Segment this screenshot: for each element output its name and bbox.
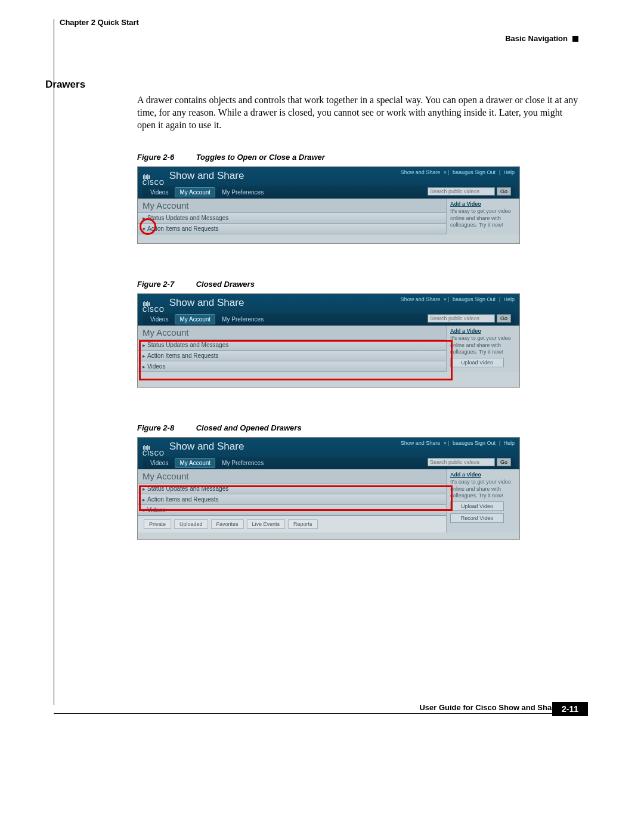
record-video-button[interactable]: Record Video xyxy=(450,513,504,523)
figure-caption: Figure 2-6 Toggles to Open or Close a Dr… xyxy=(137,153,578,162)
side-heading[interactable]: Add a Video xyxy=(450,472,516,478)
tab-my-account[interactable]: My Account xyxy=(175,458,215,468)
subtab-reports[interactable]: Reports xyxy=(288,519,318,529)
link-signout[interactable]: baaugus Sign Out xyxy=(453,169,496,175)
chevron-right-icon: ▸ xyxy=(143,486,145,492)
figure-number: Figure 2-6 xyxy=(137,153,194,162)
top-links: Show and Share ▾ | baaugus Sign Out | He… xyxy=(401,440,515,446)
upload-video-button[interactable]: Upload Video xyxy=(450,501,504,511)
brand-title: Show and Share xyxy=(169,441,244,453)
tab-my-preferences[interactable]: My Preferences xyxy=(218,188,268,197)
drawer-action[interactable]: ▾Action Items and Requests xyxy=(138,224,446,234)
figure-caption: Figure 2-7 Closed Drawers xyxy=(137,280,578,289)
top-links: Show and Share ▾ | baaugus Sign Out | He… xyxy=(401,169,515,175)
link-signout[interactable]: baaugus Sign Out xyxy=(453,440,496,446)
chevron-down-icon: ▾ xyxy=(143,507,145,513)
drawer-status[interactable]: ▸Status Updates and Messages xyxy=(138,213,446,224)
drawer-action[interactable]: ▸Action Items and Requests xyxy=(138,494,446,505)
subtab-uploaded[interactable]: Uploaded xyxy=(174,519,208,529)
link-help[interactable]: Help xyxy=(503,296,515,302)
page-number: 2-11 xyxy=(552,702,588,716)
subtab-favorites[interactable]: Favorites xyxy=(211,519,244,529)
side-heading[interactable]: Add a Video xyxy=(450,328,516,334)
tab-videos[interactable]: Videos xyxy=(146,188,172,197)
section-heading: Drawers xyxy=(45,79,578,91)
side-text: It's easy to get your video online and s… xyxy=(450,208,516,228)
search-input[interactable] xyxy=(428,314,495,323)
tab-videos[interactable]: Videos xyxy=(146,459,172,467)
drawer-videos[interactable]: ▾Videos xyxy=(138,505,446,516)
link-show-share[interactable]: Show and Share xyxy=(401,169,441,175)
figure-number: Figure 2-8 xyxy=(137,423,194,432)
figure-caption: Figure 2-8 Closed and Opened Drawers xyxy=(137,423,578,432)
chevron-right-icon: ▸ xyxy=(143,364,145,370)
side-text: It's easy to get your video online and s… xyxy=(450,335,516,355)
brand-title: Show and Share xyxy=(169,170,244,182)
figure-title: Closed and Opened Drawers xyxy=(196,423,302,432)
page-title: My Account xyxy=(138,199,446,213)
tab-my-account[interactable]: My Account xyxy=(175,314,215,324)
subtab-live-events[interactable]: Live Events xyxy=(247,519,286,529)
search-input[interactable] xyxy=(428,187,495,196)
search-input[interactable] xyxy=(428,458,495,466)
figure-2-8: Show and Share ▾ | baaugus Sign Out | He… xyxy=(137,437,520,540)
go-button[interactable]: Go xyxy=(497,187,511,196)
go-button[interactable]: Go xyxy=(497,314,511,323)
decor-square xyxy=(572,36,578,42)
cisco-logo: ı|ıı|ıı CISCO xyxy=(143,301,165,313)
link-show-share[interactable]: Show and Share xyxy=(401,440,441,446)
figure-2-7: Show and Share ▾ | baaugus Sign Out | He… xyxy=(137,293,520,388)
subtab-private[interactable]: Private xyxy=(144,519,171,529)
link-help[interactable]: Help xyxy=(503,440,515,446)
chevron-down-icon: ▾ xyxy=(143,226,145,232)
chevron-right-icon: ▸ xyxy=(143,497,145,503)
cisco-logo: ı|ıı|ıı CISCO xyxy=(143,445,165,457)
side-text: It's easy to get your video online and s… xyxy=(450,479,516,499)
section-label: Basic Navigation xyxy=(505,34,568,43)
drawer-videos[interactable]: ▸Videos xyxy=(138,361,446,372)
link-help[interactable]: Help xyxy=(503,169,515,175)
tab-my-preferences[interactable]: My Preferences xyxy=(218,315,268,324)
brand-title: Show and Share xyxy=(169,297,244,309)
chevron-right-icon: ▸ xyxy=(143,215,145,221)
upload-video-button[interactable]: Upload Video xyxy=(450,358,504,367)
side-heading[interactable]: Add a Video xyxy=(450,201,516,207)
margin-rule xyxy=(54,19,54,705)
body-paragraph: A drawer contains objects and controls t… xyxy=(137,94,578,131)
chevron-right-icon: ▸ xyxy=(143,342,145,348)
go-button[interactable]: Go xyxy=(497,458,511,466)
drawer-action[interactable]: ▸Action Items and Requests xyxy=(138,351,446,361)
figure-number: Figure 2-7 xyxy=(137,280,194,289)
figure-title: Closed Drawers xyxy=(196,280,255,289)
footer-title: User Guide for Cisco Show and Share 5.3.… xyxy=(54,703,578,712)
page-title: My Account xyxy=(138,326,446,340)
cisco-logo: ı|ıı|ıı CISCO xyxy=(143,174,165,186)
tab-my-preferences[interactable]: My Preferences xyxy=(218,459,268,467)
link-signout[interactable]: baaugus Sign Out xyxy=(453,296,496,302)
top-links: Show and Share ▾ | baaugus Sign Out | He… xyxy=(401,296,515,302)
link-show-share[interactable]: Show and Share xyxy=(401,296,441,302)
page-title: My Account xyxy=(138,469,446,484)
drawer-status[interactable]: ▸Status Updates and Messages xyxy=(138,340,446,351)
figure-2-6: Show and Share ▾ | baaugus Sign Out | He… xyxy=(137,166,520,244)
figure-title: Toggles to Open or Close a Drawer xyxy=(196,153,325,162)
drawer-status[interactable]: ▸Status Updates and Messages xyxy=(138,484,446,494)
chevron-right-icon: ▸ xyxy=(143,353,145,359)
tab-my-account[interactable]: My Account xyxy=(175,187,215,197)
chapter-label: Chapter 2 Quick Start xyxy=(60,18,139,27)
tab-videos[interactable]: Videos xyxy=(146,315,172,324)
